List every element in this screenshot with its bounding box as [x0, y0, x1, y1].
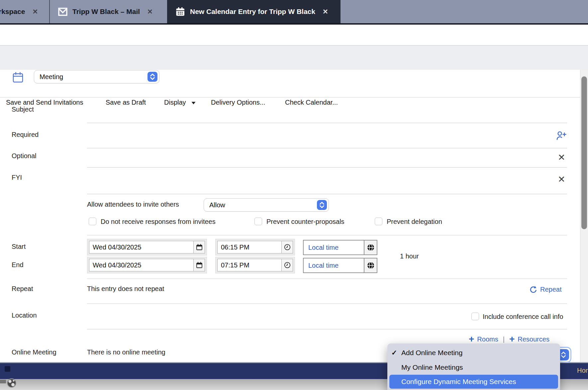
- calendar-icon: [175, 7, 185, 17]
- timezone-picker-button[interactable]: [364, 258, 377, 272]
- end-time-input[interactable]: 07:15 PM: [217, 259, 282, 271]
- entry-type-value: Meeting: [40, 73, 63, 81]
- date-picker-button[interactable]: [194, 241, 205, 253]
- status-bar-icon: [5, 366, 10, 372]
- optional-input[interactable]: [87, 149, 549, 166]
- plus-icon: +: [509, 335, 515, 343]
- prevent-counter-checkbox[interactable]: [254, 218, 262, 225]
- section-divider: [87, 303, 567, 304]
- tab-label: Tripp W Black – Mail: [72, 8, 140, 16]
- repeat-link[interactable]: Repeat: [529, 285, 562, 294]
- required-input[interactable]: [87, 126, 549, 147]
- add-resources-link[interactable]: Resources: [518, 336, 549, 343]
- end-date-input[interactable]: Wed 04/30/2025: [89, 259, 194, 271]
- allow-attendees-select[interactable]: Allow: [204, 198, 329, 212]
- time-picker-button[interactable]: [282, 259, 293, 271]
- menu-item-configure-dynamic-meeting-services[interactable]: Configure Dynamic Meeting Services: [389, 375, 558, 389]
- section-divider: [87, 278, 567, 279]
- online-meeting-status: There is no online meeting: [87, 348, 165, 356]
- clock-icon: [283, 261, 291, 269]
- repeat-label: Repeat: [12, 285, 33, 293]
- add-rooms-link[interactable]: Rooms: [477, 336, 498, 343]
- timezone-value: Local time: [308, 244, 339, 251]
- link-separator: |: [503, 336, 505, 343]
- menu-item-add-online-meeting[interactable]: ✓ Add Online Meeting: [387, 345, 560, 360]
- tab-mail[interactable]: Tripp W Black – Mail ✕: [50, 0, 166, 23]
- chevron-up-down-icon: [317, 200, 327, 210]
- no-responses-checkbox[interactable]: [89, 218, 96, 225]
- calendar-entry-icon: [12, 71, 24, 85]
- location-input[interactable]: [87, 307, 462, 327]
- clear-optional-icon[interactable]: ✕: [558, 152, 565, 163]
- chevron-up-down-icon: [147, 72, 157, 82]
- subject-label: Subject: [12, 106, 34, 113]
- timezone-value: Local time: [308, 262, 339, 269]
- subject-input[interactable]: [87, 103, 567, 122]
- window-tab-bar: rkspace ✕ Tripp W Black – Mail ✕: [0, 0, 588, 23]
- resize-grip: [0, 380, 6, 383]
- optional-label: Optional: [12, 152, 37, 160]
- start-label: Start: [12, 243, 26, 250]
- check-icon: ✓: [391, 349, 401, 357]
- location-underline: [87, 329, 567, 330]
- prevent-delegation-label: Prevent delegation: [387, 218, 442, 226]
- close-icon[interactable]: ✕: [147, 8, 153, 16]
- section-divider: [87, 235, 567, 236]
- subject-underline: [87, 123, 567, 123]
- start-time-value: 06:15 PM: [221, 244, 249, 251]
- scrollbar-thumb[interactable]: [581, 76, 587, 229]
- online-meeting-popup-menu: ✓ Add Online Meeting My Online Meetings …: [387, 343, 560, 390]
- start-date-value: Wed 04/30/2025: [93, 244, 141, 251]
- date-picker-button[interactable]: [194, 259, 205, 271]
- editor-toolbar: ▼ b i u A 123: [0, 25, 588, 45]
- end-date-field: Wed 04/30/2025: [87, 257, 207, 273]
- close-icon[interactable]: ✕: [32, 8, 38, 16]
- start-timezone-link[interactable]: Local time: [304, 241, 364, 254]
- end-timezone-field: Local time: [303, 258, 377, 273]
- end-label: End: [12, 261, 24, 269]
- calendar-icon: [195, 243, 203, 251]
- duration-text: 1 hour: [400, 252, 419, 260]
- add-person-icon[interactable]: [555, 130, 567, 143]
- time-picker-button[interactable]: [282, 241, 293, 253]
- repeat-status: This entry does not repeat: [87, 285, 164, 293]
- conference-call-label: Include conference call info: [483, 313, 563, 321]
- conference-call-checkbox[interactable]: [471, 313, 479, 320]
- globe-icon: [366, 261, 375, 270]
- start-date-input[interactable]: Wed 04/30/2025: [89, 241, 194, 253]
- prevent-delegation-checkbox[interactable]: [375, 218, 382, 225]
- tab-label: rkspace: [0, 8, 25, 16]
- allow-attendees-value: Allow: [209, 201, 225, 209]
- end-time-value: 07:15 PM: [221, 261, 249, 269]
- network-status-globe-icon[interactable]: [6, 377, 17, 390]
- start-timezone-field: Local time: [303, 240, 377, 255]
- fyi-input[interactable]: [87, 168, 549, 193]
- close-icon[interactable]: ✕: [323, 8, 328, 16]
- save-and-send-button[interactable]: Save and Send Invitations: [6, 99, 83, 106]
- clear-fyi-icon[interactable]: ✕: [558, 174, 565, 185]
- end-timezone-link[interactable]: Local time: [304, 258, 364, 272]
- menu-item-label: Configure Dynamic Meeting Services: [401, 378, 516, 386]
- start-date-field: Wed 04/30/2025: [87, 239, 207, 255]
- end-time-field: 07:15 PM: [215, 257, 295, 273]
- menu-item-label: My Online Meetings: [401, 363, 463, 371]
- optional-underline: [87, 167, 567, 168]
- rooms-resources-row: + Rooms | + Resources: [469, 335, 549, 343]
- prevent-counter-label: Prevent counter-proposals: [266, 218, 344, 226]
- home-link[interactable]: Hom: [577, 367, 588, 374]
- tab-new-calendar-entry[interactable]: New Calendar Entry for Tripp W Black ✕: [167, 0, 341, 23]
- tab-workspace[interactable]: rkspace ✕: [0, 0, 49, 23]
- no-responses-label: Do not receive responses from invitees: [101, 218, 216, 226]
- menu-item-my-online-meetings[interactable]: My Online Meetings: [387, 360, 560, 375]
- notes-client-window: rkspace ✕ Tripp W Black – Mail ✕: [0, 0, 588, 390]
- globe-icon: [366, 243, 375, 252]
- timezone-picker-button[interactable]: [364, 241, 377, 254]
- start-time-field: 06:15 PM: [215, 239, 295, 255]
- mail-icon: [58, 7, 68, 17]
- repeat-icon: [529, 285, 538, 294]
- vertical-scrollbar[interactable]: [580, 70, 588, 362]
- entry-type-select[interactable]: Meeting: [34, 70, 159, 83]
- start-time-input[interactable]: 06:15 PM: [217, 241, 282, 253]
- fyi-underline: [87, 194, 567, 194]
- fyi-label: FYI: [12, 174, 22, 181]
